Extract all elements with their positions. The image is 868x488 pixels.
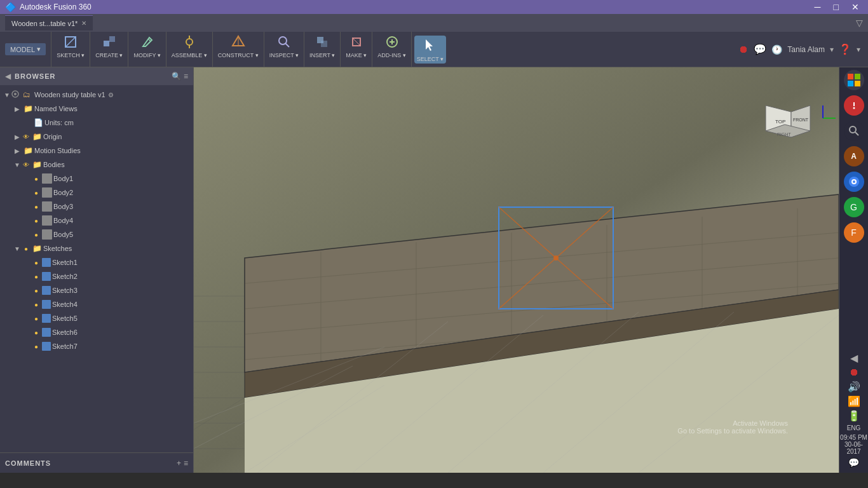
insert-group[interactable]: INSERT ▾ bbox=[304, 32, 341, 67]
tree-root[interactable]: ▼ 🗂 Wooden study table v1 ⚙ bbox=[0, 88, 193, 102]
tree-item-named-views[interactable]: ▶ 📁 Named Views bbox=[0, 102, 193, 116]
tree-item-sketch1[interactable]: ● Sketch1 bbox=[0, 255, 193, 269]
windows-icon[interactable] bbox=[844, 70, 864, 90]
speaker-icon[interactable]: 🔊 bbox=[848, 381, 860, 393]
tab-close-button[interactable]: ✕ bbox=[81, 20, 86, 27]
comments-menu-icon[interactable]: ≡ bbox=[184, 459, 188, 468]
sketch-group[interactable]: SKETCH ▾ bbox=[51, 32, 90, 67]
root-settings-icon[interactable]: ⚙ bbox=[108, 92, 114, 98]
construct-group[interactable]: CONSTRUCT ▾ bbox=[213, 32, 264, 67]
inspect-button[interactable]: INSPECT ▾ bbox=[267, 32, 301, 60]
body4-vis-icon[interactable]: ● bbox=[32, 217, 41, 224]
tree-item-units[interactable]: 📄 Units: cm bbox=[0, 116, 193, 130]
svg-point-21 bbox=[14, 93, 17, 95]
browser-search-icon[interactable]: 🔍 bbox=[172, 72, 181, 81]
tab-expand-button[interactable]: ▽ bbox=[856, 18, 863, 28]
comments-add-icon[interactable]: + bbox=[177, 459, 181, 468]
tree-item-sketches[interactable]: ▼ ● 📁 Sketches bbox=[0, 241, 193, 255]
sketch4-label: Sketch4 bbox=[52, 301, 78, 308]
assemble-group[interactable]: ASSEMBLE ▾ bbox=[166, 32, 213, 67]
sketch-button[interactable]: SKETCH ▾ bbox=[54, 32, 87, 60]
tree-item-sketch2[interactable]: ● Sketch2 bbox=[0, 269, 193, 283]
close-button[interactable]: ✕ bbox=[848, 2, 863, 12]
notifications-bell[interactable]: 💬 bbox=[848, 458, 859, 468]
origin-vis-icon[interactable]: 👁 bbox=[22, 133, 31, 140]
title-bar-controls[interactable]: ─ □ ✕ bbox=[811, 2, 863, 12]
body2-vis-icon[interactable]: ● bbox=[32, 189, 41, 196]
comments-controls: + ≡ bbox=[177, 459, 188, 468]
sketch7-vis-icon[interactable]: ● bbox=[32, 343, 41, 350]
browser-menu-icon[interactable]: ≡ bbox=[184, 72, 188, 81]
create-group[interactable]: CREATE ▾ bbox=[90, 32, 128, 67]
sketch5-vis-icon[interactable]: ● bbox=[32, 315, 41, 322]
sketch1-vis-icon[interactable]: ● bbox=[32, 259, 41, 266]
select-group[interactable]: SELECT ▾ bbox=[412, 32, 449, 67]
maximize-button[interactable]: □ bbox=[830, 2, 843, 12]
sketch2-vis-icon[interactable]: ● bbox=[32, 273, 41, 280]
search-icon[interactable] bbox=[844, 121, 864, 141]
tree-item-sketch7[interactable]: ● Sketch7 bbox=[0, 339, 193, 353]
create-button[interactable]: CREATE ▾ bbox=[93, 32, 125, 60]
tree-item-motion-studies[interactable]: ▶ 📁 Motion Studies bbox=[0, 144, 193, 158]
tree-item-sketch6[interactable]: ● Sketch6 bbox=[0, 325, 193, 339]
message-icon[interactable]: 💬 bbox=[754, 43, 766, 55]
bodies-expand-icon[interactable]: ▼ bbox=[13, 161, 22, 168]
tree-item-sketch3[interactable]: ● Sketch3 bbox=[0, 283, 193, 297]
assemble-button[interactable]: ASSEMBLE ▾ bbox=[169, 32, 210, 60]
minimize-button[interactable]: ─ bbox=[811, 2, 825, 12]
tree-item-bodies[interactable]: ▼ 👁 📁 Bodies bbox=[0, 158, 193, 172]
user-chevron[interactable]: ▾ bbox=[830, 45, 834, 54]
sketch4-vis-icon[interactable]: ● bbox=[32, 301, 41, 308]
orange-app-icon[interactable]: F bbox=[844, 222, 864, 243]
tree-item-body4[interactable]: ● Body4 bbox=[0, 214, 193, 227]
modify-button[interactable]: MODIFY ▾ bbox=[131, 32, 163, 60]
inspect-group[interactable]: INSPECT ▾ bbox=[264, 32, 304, 67]
modify-group[interactable]: MODIFY ▾ bbox=[128, 32, 166, 67]
notifications-icon[interactable] bbox=[844, 95, 864, 116]
tree-item-origin[interactable]: ▶ 👁 📁 Origin bbox=[0, 130, 193, 144]
body1-vis-icon[interactable]: ● bbox=[32, 175, 41, 182]
units-label: Units: cm bbox=[44, 119, 74, 126]
select-button[interactable]: SELECT ▾ bbox=[414, 36, 446, 64]
named-views-expand-icon[interactable]: ▶ bbox=[13, 105, 22, 112]
sketches-expand-icon[interactable]: ▼ bbox=[13, 245, 22, 252]
sketch5-label: Sketch5 bbox=[52, 315, 78, 322]
tree-item-body1[interactable]: ● Body1 bbox=[0, 172, 193, 186]
user-name[interactable]: Tania Alam bbox=[787, 45, 825, 54]
make-button[interactable]: MAKE ▾ bbox=[343, 32, 369, 60]
tree-item-body2[interactable]: ● Body2 bbox=[0, 186, 193, 200]
browser-collapse-icon[interactable]: ◀ bbox=[5, 72, 11, 81]
viewport[interactable]: TOP FRONT RIGHT Activate Windows Go to S… bbox=[194, 67, 839, 473]
add-ins-button[interactable]: ADD-INS ▾ bbox=[375, 32, 409, 60]
body3-vis-icon[interactable]: ● bbox=[32, 203, 41, 210]
motion-folder-icon: 📁 bbox=[23, 146, 33, 155]
root-expand-icon[interactable]: ▼ bbox=[3, 92, 11, 98]
tree-item-body5[interactable]: ● Body5 bbox=[0, 227, 193, 241]
body5-vis-icon[interactable]: ● bbox=[32, 231, 41, 238]
bodies-vis-icon[interactable]: 👁 bbox=[22, 161, 31, 168]
help-button[interactable]: ❓ bbox=[839, 43, 851, 55]
autodesk-icon[interactable]: A bbox=[844, 146, 864, 166]
make-group[interactable]: MAKE ▾ bbox=[341, 32, 372, 67]
chevron-left-icon[interactable]: ◀ bbox=[850, 352, 858, 364]
tree-item-body3[interactable]: ● Body3 bbox=[0, 200, 193, 214]
construct-button[interactable]: CONSTRUCT ▾ bbox=[215, 32, 261, 60]
help-chevron[interactable]: ▾ bbox=[857, 45, 860, 54]
model-button[interactable]: MODEL ▾ bbox=[5, 43, 46, 55]
tree-item-sketch4[interactable]: ● Sketch4 bbox=[0, 297, 193, 311]
viewport-canvas[interactable]: TOP FRONT RIGHT Activate Windows Go to S… bbox=[194, 67, 839, 473]
document-tab[interactable]: Wooden st...table v1* ✕ bbox=[5, 15, 93, 30]
sketch6-vis-icon[interactable]: ● bbox=[32, 329, 41, 336]
insert-button[interactable]: INSERT ▾ bbox=[307, 32, 337, 60]
green-app-icon[interactable]: G bbox=[844, 197, 864, 217]
root-vis-icon[interactable] bbox=[11, 90, 20, 99]
origin-expand-icon[interactable]: ▶ bbox=[13, 133, 22, 140]
tree-item-sketch5[interactable]: ● Sketch5 bbox=[0, 311, 193, 325]
svg-line-79 bbox=[855, 132, 858, 135]
motion-expand-icon[interactable]: ▶ bbox=[13, 147, 22, 154]
add-ins-group[interactable]: ADD-INS ▾ bbox=[372, 32, 412, 67]
sketches-vis-icon[interactable]: ● bbox=[22, 245, 31, 252]
sketch3-vis-icon[interactable]: ● bbox=[32, 287, 41, 294]
wifi-icon[interactable]: 📶 bbox=[848, 395, 860, 407]
chrome-icon[interactable] bbox=[844, 172, 864, 192]
